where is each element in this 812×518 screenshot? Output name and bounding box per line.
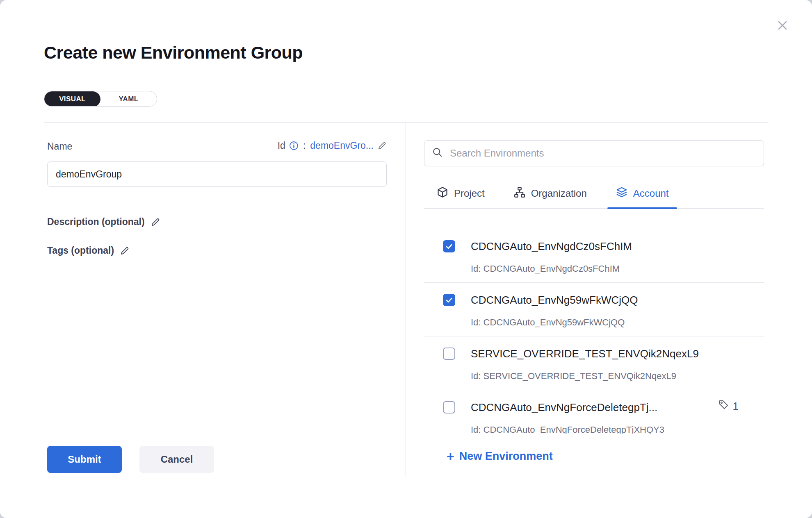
environment-name: SERVICE_OVERRIDE_TEST_ENVQik2NqexL9: [471, 347, 764, 360]
environment-id: Id: CDCNGAuto_EnvNg59wFkWCjQQ: [471, 317, 764, 328]
env-checkbox[interactable]: [443, 348, 455, 360]
tag-icon: [718, 399, 729, 413]
name-input[interactable]: [47, 161, 387, 187]
plus-icon: +: [447, 451, 454, 462]
tab-organization[interactable]: Organization: [513, 179, 587, 208]
edit-id-pencil-icon[interactable]: [377, 141, 387, 150]
name-label: Name: [47, 141, 72, 152]
account-layers-icon: [616, 186, 628, 201]
env-checkbox[interactable]: [443, 294, 455, 306]
edit-description-pencil-icon[interactable]: [151, 217, 160, 227]
env-checkbox[interactable]: [443, 401, 455, 413]
column-divider: [406, 122, 406, 477]
edit-tags-pencil-icon[interactable]: [120, 246, 130, 256]
cancel-button[interactable]: Cancel: [139, 446, 214, 473]
header-divider: [44, 122, 769, 123]
info-icon[interactable]: [289, 141, 299, 150]
create-environment-group-modal: Create new Environment Group VISUAL YAML…: [0, 0, 812, 518]
id-colon: :: [303, 140, 306, 151]
tab-project[interactable]: Project: [436, 179, 485, 208]
organization-hierarchy-icon: [513, 186, 526, 201]
project-cube-icon: [436, 186, 449, 201]
new-environment-label: New Environment: [459, 450, 553, 463]
environment-name: CDCNGAuto_EnvNg59wFkWCjQQ: [471, 293, 764, 307]
environment-row[interactable]: SERVICE_OVERRIDE_TEST_ENVQik2NqexL9 Id: …: [424, 336, 764, 390]
new-environment-button[interactable]: + New Environment: [447, 450, 553, 463]
environment-id: Id: SERVICE_OVERRIDE_TEST_ENVQik2NqexL9: [471, 371, 764, 382]
entity-id-value[interactable]: demoEnvGro...: [310, 140, 374, 151]
tab-account-label: Account: [633, 188, 669, 199]
submit-button[interactable]: Submit: [47, 446, 122, 473]
tab-organization-label: Organization: [531, 188, 587, 199]
environment-name: CDCNGAuto_EnvNgdCz0sFChIM: [471, 240, 764, 253]
environment-id: Id: CDCNGAuto_EnvNgdCz0sFChIM: [471, 264, 764, 274]
search-icon: [432, 147, 443, 160]
env-checkbox[interactable]: [443, 240, 455, 252]
tab-project-label: Project: [454, 188, 485, 199]
visual-yaml-toggle: VISUAL YAML: [44, 91, 157, 107]
tag-count: 1: [733, 400, 739, 413]
environment-list: CDCNGAuto_EnvNgdCz0sFChIM Id: CDCNGAuto_…: [424, 209, 764, 434]
entity-id-row: Id : demoEnvGro...: [278, 140, 387, 151]
environment-row[interactable]: CDCNGAuto_EnvNgForceDeletegpTj... Id: CD…: [424, 390, 764, 434]
id-label: Id: [278, 140, 285, 151]
description-label-row: Description (optional): [47, 216, 160, 227]
tab-account[interactable]: Account: [616, 179, 669, 208]
toggle-yaml[interactable]: YAML: [100, 91, 157, 107]
tags-label: Tags (optional): [47, 245, 114, 256]
environment-row[interactable]: CDCNGAuto_EnvNg59wFkWCjQQ Id: CDCNGAuto_…: [424, 283, 764, 336]
environment-search-box: [424, 140, 764, 166]
toggle-visual[interactable]: VISUAL: [44, 91, 100, 107]
description-label: Description (optional): [47, 216, 145, 227]
environment-row[interactable]: CDCNGAuto_EnvNgdCz0sFChIM Id: CDCNGAuto_…: [424, 229, 764, 283]
page-title: Create new Environment Group: [44, 43, 303, 63]
environment-id: Id: CDCNGAuto_EnvNgForceDeletegpTjXHQY3: [471, 425, 764, 434]
tags-label-row: Tags (optional): [47, 245, 130, 256]
close-icon[interactable]: [774, 17, 791, 34]
tag-count-badge: 1: [718, 399, 739, 413]
env-scope-tabs: Project Organization Account: [424, 179, 764, 209]
search-input[interactable]: [449, 147, 756, 159]
